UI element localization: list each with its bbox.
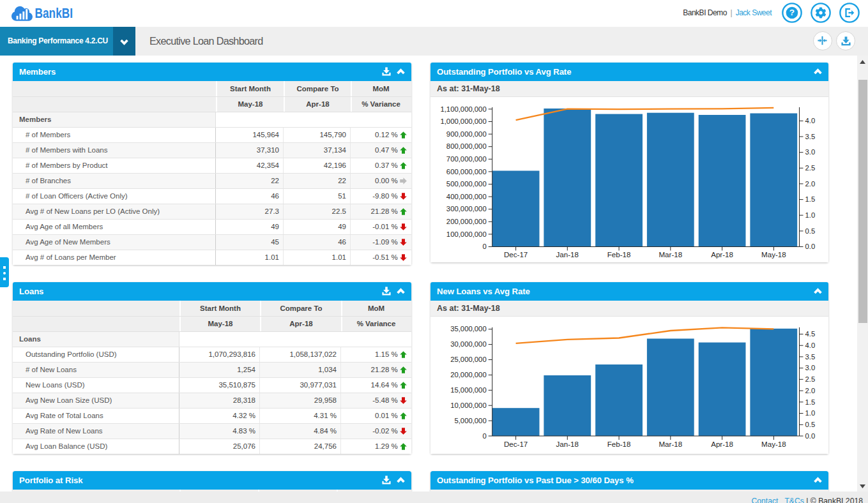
svg-text:4.5: 4.5 [805, 330, 816, 338]
svg-text:3.0: 3.0 [805, 364, 816, 372]
svg-text:2.0: 2.0 [805, 180, 816, 188]
svg-text:1.5: 1.5 [805, 195, 816, 203]
svg-text:Feb-18: Feb-18 [607, 440, 631, 448]
svg-text:600,000,000: 600,000,000 [446, 168, 487, 176]
svg-text:15,000,000: 15,000,000 [450, 386, 487, 394]
svg-text:2.5: 2.5 [805, 375, 816, 383]
svg-text:0: 0 [482, 432, 486, 440]
svg-text:Apr-18: Apr-18 [711, 250, 733, 259]
svg-text:1,100,000,000: 1,100,000,000 [440, 105, 486, 113]
svg-text:Apr-18: Apr-18 [711, 440, 733, 448]
svg-text:BankBI: BankBI [35, 5, 73, 21]
svg-text:100,000,000: 100,000,000 [446, 230, 487, 238]
svg-text:10,000,000: 10,000,000 [450, 402, 487, 409]
svg-text:0: 0 [482, 243, 486, 250]
svg-text:3.0: 3.0 [805, 148, 816, 156]
svg-text:1.0: 1.0 [805, 409, 816, 417]
svg-text:May-18: May-18 [761, 440, 786, 448]
svg-text:Jan-18: Jan-18 [556, 440, 579, 448]
svg-text:0.5: 0.5 [805, 421, 816, 428]
svg-text:1,000,000,000: 1,000,000,000 [440, 117, 486, 125]
svg-text:30,000,000: 30,000,000 [450, 340, 487, 348]
svg-text:4.0: 4.0 [805, 117, 816, 124]
svg-text:800,000,000: 800,000,000 [446, 142, 487, 150]
svg-text:?: ? [789, 8, 794, 17]
svg-text:2.5: 2.5 [805, 164, 816, 172]
svg-text:3.5: 3.5 [805, 353, 816, 361]
svg-text:700,000,000: 700,000,000 [446, 155, 487, 163]
svg-text:Mar-18: Mar-18 [659, 440, 682, 448]
svg-text:200,000,000: 200,000,000 [446, 218, 487, 225]
svg-text:0.0: 0.0 [805, 432, 816, 440]
svg-text:2.0: 2.0 [805, 387, 816, 394]
svg-text:Feb-18: Feb-18 [607, 250, 631, 259]
svg-text:0.5: 0.5 [805, 227, 816, 235]
svg-text:0.0: 0.0 [805, 243, 816, 250]
svg-text:3.5: 3.5 [805, 133, 816, 140]
svg-text:20,000,000: 20,000,000 [450, 371, 487, 379]
svg-text:1.5: 1.5 [805, 398, 816, 406]
svg-text:Mar-18: Mar-18 [659, 250, 682, 259]
svg-text:35,000,000: 35,000,000 [450, 325, 487, 333]
svg-text:May-18: May-18 [761, 250, 786, 259]
svg-text:Jan-18: Jan-18 [556, 250, 579, 259]
svg-text:300,000,000: 300,000,000 [446, 205, 487, 213]
svg-text:Dec-17: Dec-17 [504, 440, 528, 448]
svg-text:5,000,000: 5,000,000 [454, 417, 486, 424]
svg-text:1.0: 1.0 [805, 211, 816, 219]
svg-text:500,000,000: 500,000,000 [446, 180, 487, 188]
svg-text:900,000,000: 900,000,000 [446, 130, 487, 138]
svg-text:25,000,000: 25,000,000 [450, 356, 487, 363]
svg-text:400,000,000: 400,000,000 [446, 193, 487, 200]
svg-text:4.0: 4.0 [805, 342, 816, 349]
svg-text:Dec-17: Dec-17 [504, 250, 528, 259]
